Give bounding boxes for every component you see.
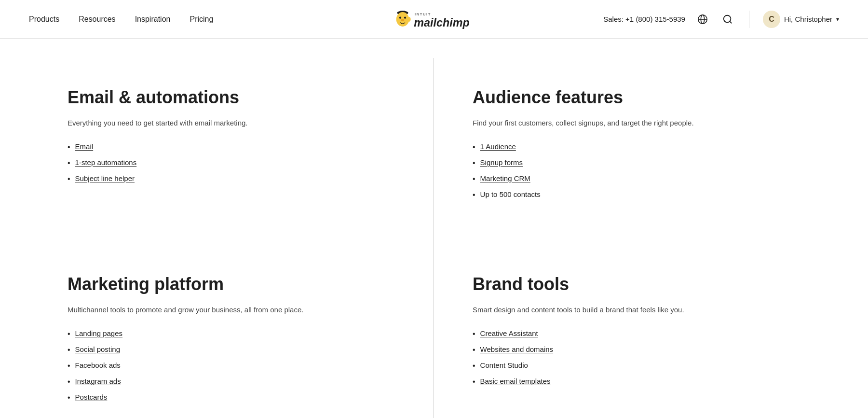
list-item: Basic email templates [473, 377, 800, 386]
list-item: Postcards [68, 393, 395, 402]
list-item: Facebook ads [68, 361, 395, 370]
link-postcards[interactable]: Postcards [75, 393, 108, 401]
list-item: Social posting [68, 345, 395, 354]
section-title-email-automations: Email & automations [68, 87, 395, 108]
sections-grid: Email & automationsEverything you need t… [29, 58, 839, 418]
svg-point-6 [407, 17, 411, 22]
section-panel-brand-tools: Brand toolsSmart design and content tool… [434, 245, 839, 418]
link-landing-pages[interactable]: Landing pages [75, 329, 122, 337]
link-1-step-automations[interactable]: 1-step automations [75, 158, 137, 167]
nav-link-resources[interactable]: Resources [79, 15, 115, 24]
link-signup-forms[interactable]: Signup forms [480, 158, 523, 167]
nav-link-products[interactable]: Products [29, 15, 59, 24]
nav-right: Sales: +1 (800) 315-5939 C Hi, Christoph… [603, 11, 839, 28]
section-desc-audience-features: Find your first customers, collect signu… [473, 117, 800, 129]
globe-icon[interactable] [695, 12, 710, 27]
svg-point-5 [401, 19, 405, 21]
nav-link-pricing[interactable]: Pricing [190, 15, 213, 24]
user-avatar: C [763, 11, 780, 28]
section-title-marketing-platform: Marketing platform [68, 274, 395, 294]
section-title-audience-features: Audience features [473, 87, 800, 108]
svg-text:INTUIT: INTUIT [415, 12, 431, 16]
section-list-brand-tools: Creative AssistantWebsites and domainsCo… [473, 329, 800, 386]
mailchimp-logo[interactable]: INTUIT mailchimp [390, 7, 478, 31]
section-panel-email-automations: Email & automationsEverything you need t… [29, 58, 434, 245]
section-panel-audience-features: Audience featuresFind your first custome… [434, 58, 839, 245]
section-desc-email-automations: Everything you need to get started with … [68, 117, 395, 129]
nav-center: INTUIT mailchimp [390, 7, 478, 31]
sales-phone: Sales: +1 (800) 315-5939 [603, 15, 685, 23]
section-list-email-automations: Email1-step automationsSubject line help… [68, 142, 395, 183]
list-item: Landing pages [68, 329, 395, 338]
text-up-to-500-contacts: Up to 500 contacts [480, 190, 541, 198]
link-subject-line-helper[interactable]: Subject line helper [75, 174, 135, 182]
link-facebook-ads[interactable]: Facebook ads [75, 361, 121, 369]
link-instagram-ads[interactable]: Instagram ads [75, 377, 121, 385]
list-item: 1-step automations [68, 158, 395, 167]
link-websites-and-domains[interactable]: Websites and domains [480, 345, 553, 353]
link-content-studio[interactable]: Content Studio [480, 361, 528, 369]
search-icon[interactable] [720, 12, 735, 27]
list-item: Creative Assistant [473, 329, 800, 338]
nav-left: Products Resources Inspiration Pricing [29, 15, 213, 24]
link-marketing-crm[interactable]: Marketing CRM [480, 174, 530, 182]
logo-svg: INTUIT mailchimp [390, 7, 478, 31]
list-item: Up to 500 contacts [473, 190, 800, 199]
navbar: Products Resources Inspiration Pricing [0, 0, 868, 39]
list-item: Email [68, 142, 395, 152]
link-email[interactable]: Email [75, 142, 94, 151]
list-item: Signup forms [473, 158, 800, 167]
nav-divider [749, 11, 749, 28]
main-content: Email & automationsEverything you need t… [0, 39, 868, 418]
section-list-marketing-platform: Landing pagesSocial postingFacebook adsI… [68, 329, 395, 402]
svg-point-3 [399, 16, 401, 18]
svg-text:mailchimp: mailchimp [414, 16, 469, 28]
link-creative-assistant[interactable]: Creative Assistant [480, 329, 538, 337]
svg-point-4 [404, 16, 406, 18]
list-item: Instagram ads [68, 377, 395, 386]
nav-link-inspiration[interactable]: Inspiration [135, 15, 171, 24]
section-desc-marketing-platform: Multichannel tools to promote and grow y… [68, 304, 395, 316]
user-name: Hi, Christopher [784, 15, 832, 23]
chevron-down-icon: ▾ [836, 16, 839, 23]
link-basic-email-templates[interactable]: Basic email templates [480, 377, 551, 385]
section-desc-brand-tools: Smart design and content tools to build … [473, 304, 800, 316]
list-item: Marketing CRM [473, 174, 800, 183]
section-title-brand-tools: Brand tools [473, 274, 800, 294]
link-social-posting[interactable]: Social posting [75, 345, 120, 353]
section-list-audience-features: 1 AudienceSignup formsMarketing CRMUp to… [473, 142, 800, 199]
list-item: Content Studio [473, 361, 800, 370]
svg-line-13 [730, 21, 732, 23]
section-panel-marketing-platform: Marketing platformMultichannel tools to … [29, 245, 434, 418]
list-item: Subject line helper [68, 174, 395, 183]
list-item: 1 Audience [473, 142, 800, 152]
link-1-audience[interactable]: 1 Audience [480, 142, 516, 151]
list-item: Websites and domains [473, 345, 800, 354]
svg-point-12 [724, 15, 731, 22]
user-menu[interactable]: C Hi, Christopher ▾ [763, 11, 839, 28]
